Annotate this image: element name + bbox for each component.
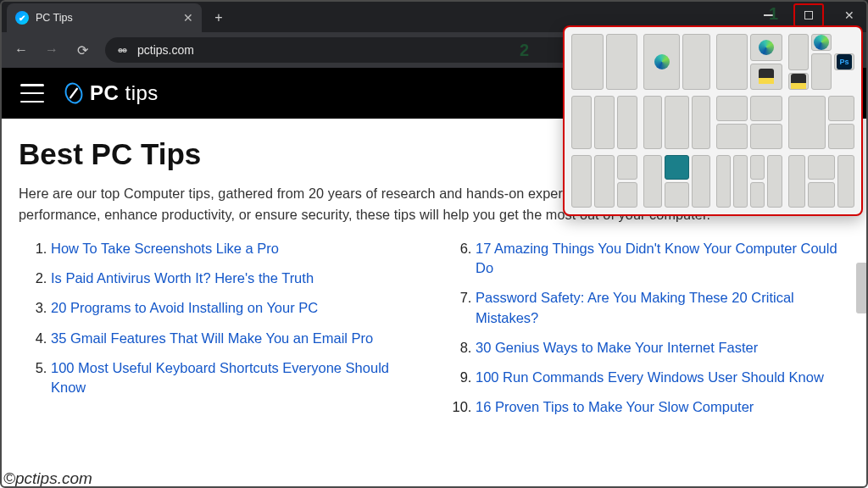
tip-link[interactable]: Is Paid Antivirus Worth It? Here's the T… [51,270,314,286]
snap-cell[interactable] [788,73,809,90]
snap-cell[interactable] [750,34,782,61]
snap-cell[interactable] [716,155,731,208]
tip-link[interactable]: 30 Genius Ways to Make Your Internet Fas… [476,340,758,355]
reload-button[interactable]: ⟳ [70,37,95,63]
back-button[interactable]: ← [8,37,34,63]
snap-cell[interactable] [716,34,748,90]
snap-cell[interactable] [682,34,710,90]
snap-cell[interactable] [594,96,615,149]
snap-cell[interactable] [750,64,782,91]
snap-layout-option[interactable] [716,34,782,90]
snap-cell[interactable] [828,96,854,121]
snap-cell[interactable] [594,155,615,208]
tip-link[interactable]: Password Safety: Are You Making These 20… [476,290,794,324]
snap-cell[interactable] [733,155,748,208]
snap-cell[interactable] [788,155,805,208]
list-item: How To Take Screenshots Like a Pro [51,239,418,258]
browser-tab[interactable]: ✔ PC Tips ✕ [7,3,202,32]
list-item: 20 Programs to Avoid Installing on Your … [51,298,418,318]
snap-layout-option[interactable] [716,96,782,149]
snap-cell[interactable] [750,155,765,180]
snap-layout-option[interactable] [643,155,709,208]
snap-cell[interactable] [750,182,765,208]
tip-link[interactable]: How To Take Screenshots Like a Pro [51,241,279,256]
tip-link[interactable]: 16 Proven Tips to Make Your Slow Compute… [476,399,754,414]
tab-title: PC Tips [36,12,73,24]
logo-icon [63,82,85,104]
snap-cell[interactable]: Ps [834,53,854,70]
snap-cell[interactable] [617,155,637,180]
snap-cell[interactable] [750,124,782,149]
list-item: Is Paid Antivirus Worth It? Here's the T… [51,269,418,288]
snap-cell[interactable] [811,53,832,90]
tip-link[interactable]: 17 Amazing Things You Didn't Know Your C… [476,241,837,275]
snap-cell[interactable] [571,155,592,208]
snap-cell[interactable] [665,96,689,149]
list-item: 30 Genius Ways to Make Your Internet Fas… [476,338,843,358]
snap-cell[interactable] [665,182,690,208]
snap-cell[interactable] [811,34,832,51]
snap-cell[interactable] [643,34,680,90]
snap-layout-option[interactable] [788,96,854,149]
snap-cell[interactable] [808,155,835,180]
edge-icon [654,54,670,69]
snap-layout-option[interactable] [571,96,637,149]
snap-layout-option[interactable] [716,155,782,208]
callout-1: 1 [769,4,778,24]
snap-cell[interactable] [837,155,854,208]
snap-cell[interactable] [808,182,835,208]
snap-layout-option[interactable]: Ps [788,34,854,90]
snap-cell[interactable] [716,96,748,121]
edge-icon [759,40,774,55]
snap-cell[interactable] [617,96,637,149]
scrollbar-thumb[interactable] [856,263,868,313]
snap-cell[interactable] [750,96,782,121]
snap-cell[interactable] [767,155,782,208]
new-tab-button[interactable]: + [207,6,231,30]
sticky-notes-icon [791,74,806,89]
snap-cell-selected[interactable] [665,155,690,180]
snap-cell[interactable] [788,34,809,70]
snap-cell[interactable] [617,182,637,208]
close-window-button[interactable]: ✕ [834,3,865,27]
snap-cell[interactable] [692,96,710,149]
list-item: 35 Gmail Features That Will Make You an … [51,329,418,348]
url-text: pctips.com [137,43,194,57]
list-item: 17 Amazing Things You Didn't Know Your C… [476,239,843,278]
snap-cell[interactable] [571,34,604,90]
snap-cell[interactable] [643,96,662,149]
tip-link[interactable]: 100 Run Commands Every Windows User Shou… [476,369,824,385]
list-item: 100 Run Commands Every Windows User Shou… [476,368,843,387]
site-info-icon[interactable] [115,43,129,57]
snap-layout-option[interactable] [643,34,709,90]
forward-button[interactable]: → [39,37,64,63]
snap-layouts-flyout: Ps [563,25,863,216]
snap-layout-option[interactable] [571,34,637,90]
snap-cell[interactable] [716,124,748,149]
snap-layout-option[interactable] [643,96,709,149]
tip-link[interactable]: 100 Most Useful Keyboard Shortcuts Every… [51,360,389,395]
snap-layout-option[interactable] [571,155,637,208]
snap-cell[interactable] [643,155,661,208]
menu-button[interactable] [20,84,44,103]
logo-text: PC tips [90,81,159,105]
photoshop-icon: Ps [837,54,852,69]
watermark: ©pctips.com [3,469,92,488]
snap-cell[interactable] [788,96,826,149]
snap-cell[interactable] [571,96,592,149]
list-item: 100 Most Useful Keyboard Shortcuts Every… [51,358,418,397]
callout-2: 2 [520,41,529,60]
tab-close-icon[interactable]: ✕ [183,11,193,25]
maximize-icon [804,11,813,19]
tip-link[interactable]: 20 Programs to Avoid Installing on Your … [51,300,318,315]
edge-icon [814,35,829,50]
tips-list-right: 17 Amazing Things You Didn't Know Your C… [443,239,843,417]
favicon-icon: ✔ [15,11,29,25]
maximize-button[interactable] [793,3,824,27]
snap-cell[interactable] [828,124,854,149]
snap-layout-option[interactable] [788,155,854,208]
snap-cell[interactable] [692,155,709,208]
site-logo[interactable]: PC tips [63,81,159,105]
snap-cell[interactable] [606,34,638,90]
tip-link[interactable]: 35 Gmail Features That Will Make You an … [51,330,373,346]
